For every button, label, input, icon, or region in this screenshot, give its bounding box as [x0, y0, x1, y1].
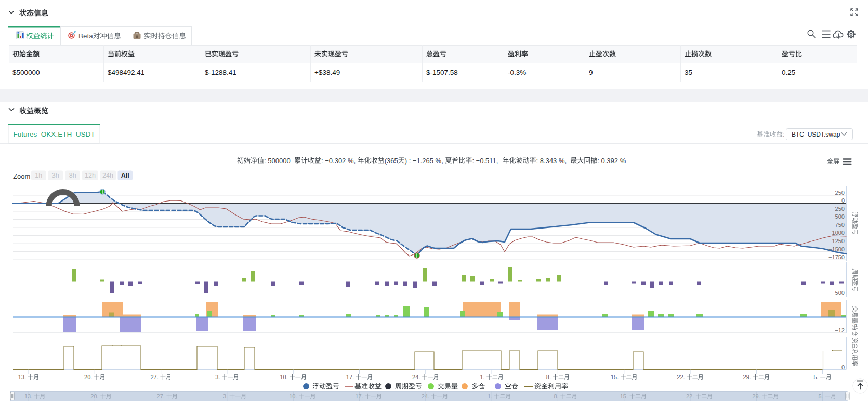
svg-text:8h: 8h	[69, 172, 76, 179]
svg-text:250: 250	[835, 190, 845, 196]
svg-text:−250: −250	[832, 206, 845, 212]
svg-text:−750: −750	[832, 222, 845, 228]
svg-text:3.: 3.	[215, 374, 220, 380]
svg-text:BTC_USDT.swap: BTC_USDT.swap	[792, 131, 840, 138]
svg-text:24h: 24h	[102, 172, 113, 179]
svg-text:Beta: Beta	[78, 32, 93, 40]
svg-text:1h: 1h	[35, 172, 42, 179]
svg-text:5.: 5.	[819, 393, 823, 399]
svg-text:24.: 24.	[422, 393, 429, 399]
svg-text:$500000: $500000	[12, 69, 40, 76]
svg-text:Futures_OKX.ETH_USDT: Futures_OKX.ETH_USDT	[14, 130, 95, 138]
svg-text:0.25: 0.25	[782, 69, 795, 76]
svg-text:: 0.392 %: : 0.392 %	[597, 157, 626, 165]
svg-text:: −0.511,: : −0.511,	[472, 157, 498, 165]
svg-text:29.: 29.	[752, 393, 760, 399]
svg-text:13.: 13.	[24, 393, 32, 399]
svg-text:: 8.343 %,: : 8.343 %,	[536, 157, 567, 165]
svg-text:15.: 15.	[611, 374, 619, 380]
svg-text:9: 9	[589, 69, 593, 76]
svg-text:Zoom: Zoom	[13, 172, 30, 180]
svg-text::: :	[783, 131, 784, 138]
svg-text:+$38.49: +$38.49	[314, 69, 340, 76]
svg-text:: −0.302 %,: : −0.302 %,	[321, 157, 356, 165]
svg-text:: 500000: : 500000	[264, 157, 291, 165]
svg-text:20.: 20.	[90, 393, 98, 399]
svg-text:−12: −12	[835, 327, 845, 333]
svg-text:All: All	[121, 172, 129, 179]
svg-text:8.: 8.	[554, 393, 558, 399]
svg-text:8.: 8.	[546, 374, 551, 380]
svg-text:0: 0	[841, 364, 845, 370]
svg-text:) : −1.265 %,: ) : −1.265 %,	[405, 157, 443, 165]
svg-text:13.: 13.	[18, 374, 26, 380]
svg-text:$-1288.41: $-1288.41	[205, 69, 236, 76]
svg-text:17.: 17.	[346, 374, 354, 380]
svg-text:5.: 5.	[814, 374, 819, 380]
svg-text:10.: 10.	[280, 374, 288, 380]
svg-text:29.: 29.	[743, 374, 751, 380]
svg-text:3h: 3h	[52, 172, 59, 179]
svg-text:$-1507.58: $-1507.58	[426, 69, 458, 76]
svg-text:−1750: −1750	[828, 254, 845, 260]
svg-text:0: 0	[841, 197, 845, 204]
svg-text:−1000: −1000	[828, 230, 845, 236]
svg-text:−1250: −1250	[828, 238, 845, 244]
svg-text:$498492.41: $498492.41	[108, 69, 144, 76]
svg-text:(365: (365	[385, 157, 398, 165]
svg-text:35: 35	[685, 69, 692, 76]
svg-text:24.: 24.	[412, 374, 420, 380]
svg-text:−500: −500	[832, 290, 845, 296]
svg-text:-0.3%: -0.3%	[508, 69, 526, 76]
svg-text:17.: 17.	[356, 393, 363, 399]
svg-text:1.: 1.	[488, 393, 492, 399]
svg-text:22.: 22.	[677, 374, 685, 380]
svg-text:12h: 12h	[85, 172, 96, 179]
svg-text:10.: 10.	[289, 393, 297, 399]
svg-text:27.: 27.	[150, 374, 158, 380]
svg-text:15.: 15.	[620, 393, 628, 399]
svg-text:22.: 22.	[686, 393, 694, 399]
svg-text:3.: 3.	[223, 393, 228, 399]
svg-text:1.: 1.	[480, 374, 485, 380]
svg-text:−1500: −1500	[828, 246, 845, 252]
svg-text:20.: 20.	[84, 374, 92, 380]
svg-text:−500: −500	[832, 213, 845, 220]
svg-text:27.: 27.	[157, 393, 165, 399]
